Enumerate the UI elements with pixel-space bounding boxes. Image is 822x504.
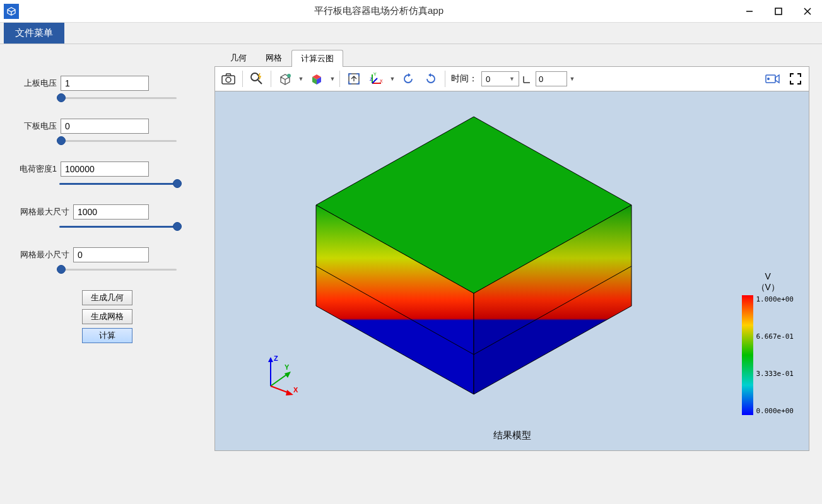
model-label: 结果模型 — [493, 430, 531, 442]
angle-icon[interactable] — [520, 69, 534, 89]
legend-ticks: 1.000e+00 6.667e-01 3.333e-01 0.000e+00 — [756, 295, 794, 415]
box-tool-dropdown[interactable]: ▼ — [297, 69, 305, 89]
mesh-min-input[interactable] — [73, 247, 149, 262]
mesh-max-label: 网格最大尺寸 — [13, 206, 69, 218]
charge-density-label: 电荷密度1 — [13, 163, 57, 175]
gen-geometry-button[interactable]: 生成几何 — [82, 290, 132, 305]
svg-text:Y: Y — [373, 72, 377, 76]
upper-voltage-input[interactable] — [61, 76, 149, 91]
color-cube-dropdown[interactable]: ▼ — [329, 69, 336, 89]
mesh-min-label: 网格最小尺寸 — [13, 249, 69, 261]
box-tool-icon[interactable] — [274, 69, 296, 89]
param-mesh-max: 网格最大尺寸 — [13, 204, 202, 220]
fit-view-icon[interactable] — [343, 69, 365, 89]
title-bar: 平行板电容器电场分析仿真app — [0, 0, 822, 23]
tabs: 几何 网格 计算云图 — [221, 49, 809, 66]
window-title: 平行板电容器电场分析仿真app — [23, 5, 735, 17]
time-input[interactable] — [536, 71, 567, 86]
svg-text:X: X — [380, 79, 383, 83]
axis-triad: Z Y X — [258, 355, 302, 399]
svg-point-8 — [287, 74, 291, 78]
video-camera-icon[interactable] — [762, 69, 784, 89]
app-icon — [4, 4, 19, 19]
separator — [445, 71, 445, 87]
compute-button[interactable]: 计算 — [82, 328, 132, 343]
svg-text:Z: Z — [370, 77, 373, 81]
tab-geometry[interactable]: 几何 — [221, 49, 256, 66]
sidebar: 上板电压 下板电压 电荷密度1 网格最大尺寸 — [0, 44, 214, 504]
maximize-button[interactable] — [764, 0, 793, 23]
svg-marker-24 — [268, 357, 273, 362]
separator — [339, 71, 340, 87]
time-select[interactable]: 0▼ — [481, 71, 519, 86]
minimize-button[interactable] — [735, 0, 764, 23]
separator — [271, 71, 271, 87]
upper-voltage-slider[interactable] — [13, 95, 202, 102]
action-buttons: 生成几何 生成网格 计算 — [13, 290, 202, 343]
param-charge-density: 电荷密度1 — [13, 161, 202, 177]
axis-view-icon[interactable]: YXZ — [366, 69, 387, 89]
charge-density-input[interactable] — [61, 161, 149, 177]
mesh-min-slider[interactable] — [13, 266, 202, 274]
content-area: 上板电压 下板电压 电荷密度1 网格最大尺寸 — [0, 44, 822, 504]
axis-view-dropdown[interactable]: ▼ — [389, 69, 396, 89]
viewport-3d[interactable]: Z Y X V（V） 1.000e+00 6.667e-01 — [214, 91, 809, 451]
camera-icon[interactable] — [218, 69, 239, 89]
gen-mesh-button[interactable]: 生成网格 — [82, 309, 132, 324]
svg-marker-27 — [285, 372, 291, 378]
svg-marker-30 — [286, 390, 293, 396]
param-lower-voltage: 下板电压 — [13, 119, 202, 134]
time-input-dropdown[interactable]: ▼ — [568, 69, 576, 89]
tab-mesh[interactable]: 网格 — [256, 49, 291, 66]
svg-text:Z: Z — [274, 355, 278, 362]
color-legend: V（V） 1.000e+00 6.667e-01 3.333e-01 0.000… — [742, 271, 794, 415]
param-upper-voltage: 上板电压 — [13, 76, 202, 91]
separator — [242, 71, 243, 87]
expand-icon[interactable] — [785, 69, 806, 89]
param-mesh-min: 网格最小尺寸 — [13, 247, 202, 262]
window-controls — [735, 0, 822, 23]
menubar: 文件菜单 — [0, 23, 822, 44]
svg-text:X: X — [293, 386, 298, 394]
file-menu[interactable]: 文件菜单 — [4, 23, 64, 44]
close-button[interactable] — [793, 0, 822, 23]
zoom-lightning-icon[interactable] — [246, 69, 267, 89]
upper-voltage-label: 上板电压 — [13, 78, 57, 89]
lower-voltage-input[interactable] — [61, 119, 149, 134]
legend-colorbar — [742, 295, 753, 415]
rotate-left-icon[interactable] — [397, 69, 419, 89]
time-label: 时间： — [451, 73, 478, 85]
mesh-max-input[interactable] — [73, 204, 149, 220]
color-cube-icon[interactable] — [306, 69, 327, 89]
svg-rect-1 — [775, 8, 782, 15]
model-cube — [297, 110, 650, 413]
lower-voltage-label: 下板电压 — [13, 120, 57, 132]
main-area: 几何 网格 计算云图 ▼ ▼ YXZ ▼ 时间： 0▼ ▼ — [214, 44, 822, 504]
charge-density-slider[interactable] — [13, 180, 202, 188]
svg-line-12 — [372, 78, 377, 83]
tab-cloud[interactable]: 计算云图 — [291, 50, 343, 67]
svg-line-7 — [258, 80, 262, 84]
viewport-toolbar: ▼ ▼ YXZ ▼ 时间： 0▼ ▼ — [214, 66, 809, 91]
svg-line-26 — [271, 373, 288, 386]
rotate-right-icon[interactable] — [420, 69, 442, 89]
svg-text:Y: Y — [285, 363, 290, 371]
mesh-max-slider[interactable] — [13, 223, 202, 231]
svg-point-6 — [251, 73, 259, 81]
svg-point-5 — [226, 78, 231, 83]
svg-point-17 — [767, 78, 770, 80]
legend-title: V（V） — [756, 271, 780, 293]
lower-voltage-slider[interactable] — [13, 138, 202, 145]
